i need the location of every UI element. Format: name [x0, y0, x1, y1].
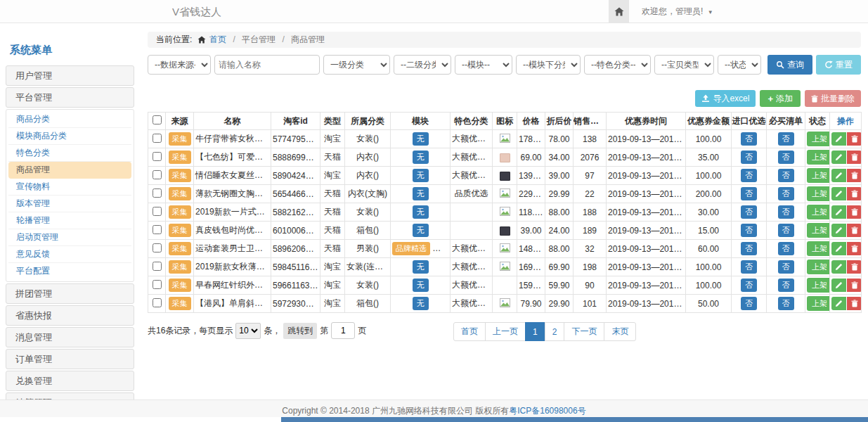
sidebar-section-省惠快报[interactable]: 省惠快报 [6, 305, 134, 326]
edit-button[interactable] [831, 132, 846, 146]
import-select-badge[interactable]: 否 [741, 279, 757, 292]
import-excel-button[interactable]: 导入excel [695, 90, 756, 107]
edit-button[interactable] [831, 260, 846, 274]
status-button[interactable]: 上架 [807, 223, 830, 238]
jump-button[interactable]: 跳转到 [283, 323, 317, 339]
delete-button[interactable] [847, 297, 862, 310]
per-page-select[interactable]: 10 [235, 323, 261, 339]
sidebar-item-版本管理[interactable]: 版本管理 [8, 196, 131, 212]
filter-select-feature-category[interactable]: --特色分类-- [584, 55, 651, 75]
status-button[interactable]: 上架 [807, 186, 830, 201]
must-buy-badge[interactable]: 否 [778, 260, 794, 274]
filter-input-product-name[interactable] [214, 55, 320, 75]
page-2[interactable]: 2 [545, 322, 565, 341]
page-1[interactable]: 1 [525, 322, 545, 341]
user-menu[interactable]: 欢迎您，管理员! ▼ [642, 6, 713, 18]
search-button[interactable]: 查询 [767, 55, 812, 75]
filter-select-module-subcategory[interactable]: --模块下分类-- [516, 55, 581, 75]
row-checkbox[interactable] [153, 170, 162, 179]
import-select-badge[interactable]: 否 [741, 297, 757, 310]
bottom-scrollbar[interactable] [281, 417, 868, 422]
sidebar-item-启动页管理[interactable]: 启动页管理 [8, 229, 131, 246]
must-buy-badge[interactable]: 否 [778, 132, 794, 146]
must-buy-badge[interactable]: 否 [778, 297, 794, 310]
page-prev[interactable]: 上一页 [485, 322, 526, 341]
delete-button[interactable] [847, 260, 862, 274]
edit-button[interactable] [831, 224, 846, 237]
import-select-badge[interactable]: 否 [741, 169, 757, 182]
icp-link[interactable]: 粤ICP备16098006号 [509, 406, 585, 416]
status-button[interactable]: 上架 [807, 132, 830, 146]
must-buy-badge[interactable]: 否 [778, 279, 794, 292]
filter-select-level1-category[interactable]: 一级分类 [323, 55, 390, 75]
status-button[interactable]: 上架 [807, 150, 830, 165]
delete-button[interactable] [847, 279, 862, 292]
delete-button[interactable] [847, 242, 862, 255]
page-first[interactable]: 首页 [453, 322, 486, 341]
page-number-input[interactable] [331, 322, 355, 339]
sidebar-item-模块商品分类[interactable]: 模块商品分类 [8, 128, 131, 145]
sidebar-section-拼团管理[interactable]: 拼团管理 [6, 283, 134, 304]
sidebar-item-商品分类[interactable]: 商品分类 [8, 111, 131, 128]
delete-button[interactable] [847, 224, 862, 237]
sidebar-item-商品管理[interactable]: 商品管理 [8, 162, 131, 179]
sidebar-section-消息管理[interactable]: 消息管理 [6, 327, 134, 347]
filter-select-item-type[interactable]: --宝贝类型-- [654, 55, 714, 75]
delete-button[interactable] [847, 169, 862, 182]
edit-button[interactable] [831, 297, 846, 310]
edit-button[interactable] [831, 169, 846, 182]
home-button[interactable] [609, 0, 629, 23]
batch-delete-button[interactable]: 批量删除 [805, 90, 861, 107]
status-button[interactable]: 上架 [807, 168, 830, 183]
must-buy-badge[interactable]: 否 [778, 187, 794, 200]
row-checkbox[interactable] [153, 298, 162, 307]
status-button[interactable]: 上架 [807, 205, 830, 219]
sidebar-item-平台配置[interactable]: 平台配置 [8, 263, 131, 280]
row-checkbox[interactable] [153, 243, 162, 252]
must-buy-badge[interactable]: 否 [778, 224, 794, 237]
row-checkbox[interactable] [153, 152, 162, 161]
must-buy-badge[interactable]: 否 [778, 242, 794, 255]
add-button[interactable]: + 添加 [760, 90, 801, 107]
import-select-badge[interactable]: 否 [741, 132, 757, 146]
sidebar-item-宣传物料[interactable]: 宣传物料 [8, 179, 131, 196]
status-button[interactable]: 上架 [807, 260, 830, 274]
sidebar-item-轮播管理[interactable]: 轮播管理 [8, 212, 131, 229]
filter-select-status[interactable]: --状态-- [718, 55, 761, 75]
sidebar-item-特色分类[interactable]: 特色分类 [8, 145, 131, 162]
row-checkbox[interactable] [153, 280, 162, 289]
delete-button[interactable] [847, 132, 862, 146]
row-checkbox[interactable] [153, 207, 162, 216]
sidebar-section-平台管理[interactable]: 平台管理 [6, 87, 134, 108]
delete-button[interactable] [847, 205, 862, 219]
must-buy-badge[interactable]: 否 [778, 205, 794, 219]
must-buy-badge[interactable]: 否 [778, 151, 794, 164]
import-select-badge[interactable]: 否 [741, 151, 757, 164]
select-all-checkbox[interactable] [153, 115, 162, 124]
import-select-badge[interactable]: 否 [741, 260, 757, 274]
filter-select-level2-category[interactable]: --二级分类-- [394, 55, 451, 75]
row-checkbox[interactable] [153, 225, 162, 234]
edit-button[interactable] [831, 242, 846, 255]
import-select-badge[interactable]: 否 [741, 205, 757, 219]
page-next[interactable]: 下一页 [564, 322, 604, 341]
reset-button[interactable]: 重置 [816, 55, 861, 75]
filter-select-module[interactable]: --模块-- [455, 55, 512, 75]
import-select-badge[interactable]: 否 [741, 242, 757, 255]
delete-button[interactable] [847, 187, 862, 200]
edit-button[interactable] [831, 279, 846, 292]
sidebar-item-意见反馈[interactable]: 意见反馈 [8, 246, 131, 263]
breadcrumb-home-link[interactable]: 首页 [209, 34, 226, 44]
status-button[interactable]: 上架 [807, 241, 830, 256]
edit-button[interactable] [831, 205, 846, 219]
import-select-badge[interactable]: 否 [741, 224, 757, 237]
row-checkbox[interactable] [153, 262, 162, 271]
row-checkbox[interactable] [153, 134, 162, 143]
sidebar-section-兑换管理[interactable]: 兑换管理 [6, 371, 134, 391]
filter-select-data-source[interactable]: --数据来源-- [148, 55, 211, 75]
row-checkbox[interactable] [153, 188, 162, 198]
page-last[interactable]: 末页 [604, 322, 636, 341]
delete-button[interactable] [847, 151, 862, 164]
sidebar-section-用户管理[interactable]: 用户管理 [6, 65, 134, 86]
status-button[interactable]: 上架 [807, 278, 830, 293]
